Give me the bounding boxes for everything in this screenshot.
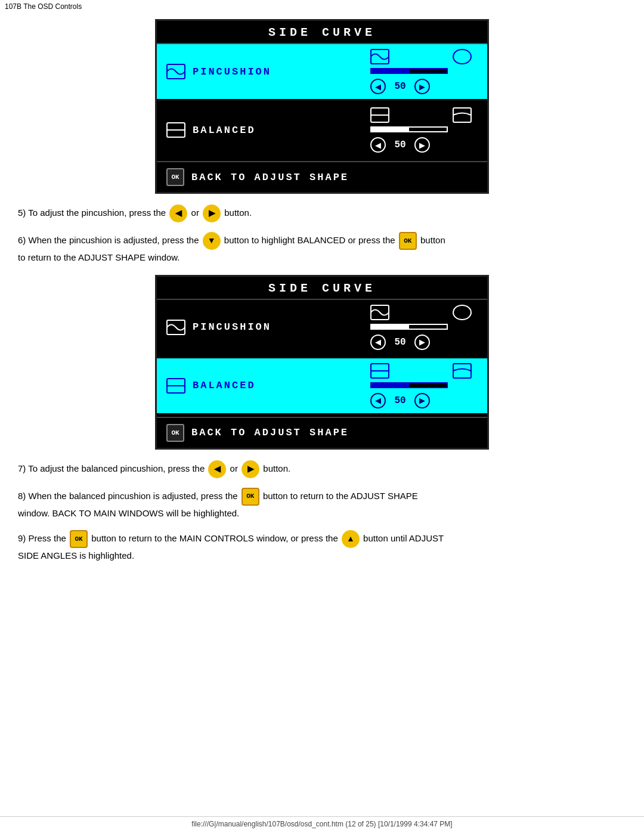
- osd2-title: SIDE CURVE: [157, 277, 487, 300]
- left-curve-icon-2: [370, 305, 389, 320]
- step7-or: or: [230, 463, 238, 473]
- balanced-right-icon-1: [453, 107, 472, 123]
- step6-text: 6) When the pincushion is adjusted, pres…: [18, 235, 199, 245]
- osd-box-2: SIDE CURVE PINCUSHION: [155, 275, 489, 450]
- down-arrow-btn-6[interactable]: ▼: [203, 232, 221, 250]
- osd1-back-label: BACK TO ADJUST SHAPE: [191, 172, 349, 183]
- step6-para: 6) When the pincushion is adjusted, pres…: [18, 232, 626, 265]
- right-oval-icon-1: [453, 49, 472, 64]
- osd2-back-label: BACK TO ADJUST SHAPE: [191, 427, 349, 438]
- balanced-left-icon-1: [370, 107, 389, 123]
- step7-text: 7) To adjust the balanced pincushion, pr…: [18, 463, 205, 473]
- footer-text: file:///G|/manual/english/107B/osd/osd_c…: [191, 820, 452, 828]
- right-arrow-btn-7[interactable]: ▶: [242, 460, 259, 478]
- osd1-pincushion-row: PINCUSHION: [157, 44, 487, 99]
- osd2-balanced-label: BALANCED: [193, 380, 256, 391]
- step9-end: SIDE ANGLES is highlighted.: [18, 550, 134, 561]
- balanced-left-icon-2: [370, 363, 389, 379]
- osd1-balanced-value: 50: [392, 140, 408, 150]
- osd1-balanced-label: BALANCED: [193, 125, 256, 136]
- right-arrow-btn-5[interactable]: ▶: [203, 205, 221, 222]
- step9-mid: button to return to the MAIN CONTROLS wi…: [91, 533, 338, 543]
- left-nav-btn-pin-2[interactable]: ◀: [370, 335, 386, 350]
- osd2-back-row: OK BACK TO ADJUST SHAPE: [157, 417, 487, 448]
- up-arrow-btn-9[interactable]: ▲: [342, 530, 360, 548]
- step8-para: 8) When the balanced pincushion is adjus…: [18, 488, 626, 521]
- ok-btn-8[interactable]: OK: [242, 488, 259, 506]
- osd-box-1: SIDE CURVE PINCUSHION: [155, 19, 489, 194]
- step7-para: 7) To adjust the balanced pincushion, pr…: [18, 460, 626, 478]
- osd1-back-row: OK BACK TO ADJUST SHAPE: [157, 161, 487, 192]
- step7-end: button.: [263, 463, 290, 473]
- ok-btn-9[interactable]: OK: [70, 530, 88, 548]
- osd2-pincushion-row: PINCUSHION ◀ 50 ▶: [157, 300, 487, 355]
- osd1-pincushion-label: PINCUSHION: [193, 66, 271, 78]
- osd2-pincushion-label: PINCUSHION: [193, 321, 271, 333]
- ok-btn-6[interactable]: OK: [399, 232, 417, 250]
- osd2-balanced-row: BALANCED ◀ 50: [157, 358, 487, 413]
- right-nav-btn-bal-1[interactable]: ▶: [414, 137, 430, 153]
- step5-end: button.: [224, 208, 252, 218]
- left-nav-btn-1[interactable]: ◀: [370, 79, 386, 94]
- osd1-pincushion-value: 50: [392, 81, 408, 92]
- right-oval-icon-2: [453, 305, 472, 320]
- left-nav-btn-bal-1[interactable]: ◀: [370, 137, 386, 153]
- balanced-icon-1: [166, 122, 185, 138]
- svg-rect-15: [453, 364, 471, 378]
- footer-bar: file:///G|/manual/english/107B/osd/osd_c…: [0, 816, 644, 828]
- balanced-right-icon-2: [453, 363, 472, 379]
- left-nav-btn-bal-2[interactable]: ◀: [370, 393, 386, 408]
- osd1-balanced-row: BALANCED ◀ 50: [157, 103, 487, 157]
- osd1-title: SIDE CURVE: [157, 21, 487, 44]
- right-nav-btn-1[interactable]: ▶: [414, 79, 430, 94]
- step6-mid: button to highlight BALANCED or press th…: [224, 235, 395, 245]
- page-title-bar: 107B The OSD Controls: [0, 0, 644, 13]
- osd2-balanced-value: 50: [392, 395, 408, 406]
- left-curve-icon-1: [370, 49, 389, 64]
- svg-rect-7: [453, 108, 471, 122]
- step6-end: button: [420, 235, 445, 245]
- ok-badge-1[interactable]: OK: [166, 168, 184, 186]
- step9-mid2: button until ADJUST: [363, 533, 444, 543]
- ok-badge-2[interactable]: OK: [166, 424, 184, 442]
- step9-para: 9) Press the OK button to return to the …: [18, 530, 626, 563]
- step9-text: 9) Press the: [18, 533, 66, 543]
- step8-end: window. BACK TO MAIN WINDOWS will be hig…: [18, 508, 239, 518]
- step6-cont: to return to the ADJUST SHAPE window.: [18, 252, 180, 262]
- pincushion-icon-1: [166, 64, 185, 79]
- right-nav-btn-bal-2[interactable]: ▶: [414, 393, 430, 408]
- page-title: 107B The OSD Controls: [5, 2, 82, 11]
- left-arrow-btn-5[interactable]: ◀: [169, 205, 187, 222]
- step8-mid: button to return to the ADJUST SHAPE: [263, 490, 418, 500]
- step8-text: 8) When the balanced pincushion is adjus…: [18, 490, 238, 500]
- left-arrow-btn-7[interactable]: ◀: [208, 460, 226, 478]
- step5-or: or: [191, 208, 199, 218]
- pincushion-icon-2: [166, 320, 185, 335]
- svg-point-2: [453, 49, 471, 64]
- svg-point-10: [453, 305, 471, 320]
- balanced-icon-2: [166, 378, 185, 394]
- right-nav-btn-pin-2[interactable]: ▶: [414, 335, 430, 350]
- step5-para: 5) To adjust the pincushion, press the ◀…: [18, 205, 626, 222]
- osd2-pincushion-value: 50: [392, 337, 408, 348]
- step5-text: 5) To adjust the pincushion, press the: [18, 208, 166, 218]
